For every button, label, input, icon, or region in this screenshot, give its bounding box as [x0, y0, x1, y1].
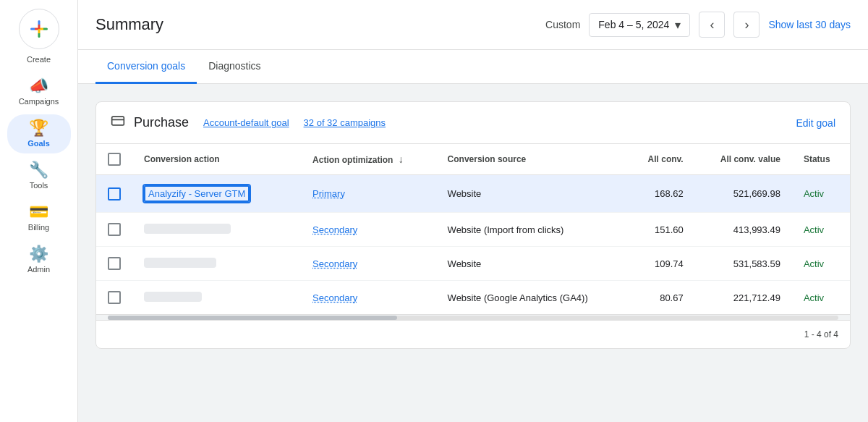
tab-diagnostics[interactable]: Diagnostics [197, 50, 272, 84]
page-title: Summary [95, 15, 534, 34]
row-3-status-badge: Activ [804, 258, 824, 269]
row-1-action-opt: Primary [301, 175, 435, 213]
row-3-action-opt: Secondary [301, 247, 435, 281]
sidebar-item-tools[interactable]: 🔧 Tools [7, 156, 71, 195]
row-2-action-opt-link[interactable]: Secondary [312, 224, 357, 235]
table-row: Secondary Website (Google Analytics (GA4… [96, 281, 850, 315]
table-row: Secondary Website 109.74 531,583.59 Acti… [96, 247, 850, 281]
row-1-status-badge: Activ [804, 188, 824, 199]
row-1-checkbox-cell[interactable] [96, 175, 132, 213]
create-label: Create [27, 55, 51, 64]
sidebar-item-campaigns-label: Campaigns [19, 97, 59, 106]
row-1-conversion-action: Analyzify - Server GTM [132, 175, 301, 213]
select-all-checkbox[interactable] [108, 153, 121, 166]
billing-icon: 💳 [29, 204, 48, 220]
row-2-name-blurred [144, 224, 231, 234]
row-3-checkbox[interactable] [108, 257, 121, 270]
col-header-all-conv-value: All conv. value [695, 144, 792, 175]
conversion-table: Conversion action Action optimization ↓ … [96, 144, 850, 314]
sort-icon: ↓ [399, 153, 404, 165]
row-2-checkbox[interactable] [108, 223, 121, 236]
col-header-status: Status [792, 144, 850, 175]
header: Summary Custom Feb 4 – 5, 2024 ▾ ‹ › Sho… [78, 0, 868, 50]
sidebar-item-campaigns[interactable]: 📣 Campaigns [7, 72, 71, 111]
svg-rect-0 [112, 117, 124, 125]
scrollbar-track [108, 316, 838, 320]
row-1-name-link[interactable]: Analyzify - Server GTM [144, 185, 250, 202]
row-4-checkbox-cell[interactable] [96, 281, 132, 315]
pagination-text: 1 - 4 of 4 [804, 329, 838, 339]
table-row: Analyzify - Server GTM Primary Website 1… [96, 175, 850, 213]
date-range-text: Feb 4 – 5, 2024 [598, 19, 669, 30]
date-picker[interactable]: Feb 4 – 5, 2024 ▾ [589, 13, 690, 37]
purchase-icon [111, 114, 125, 132]
row-3-action-opt-link[interactable]: Secondary [312, 258, 357, 269]
select-all-header[interactable] [96, 144, 132, 175]
row-2-action-opt: Secondary [301, 213, 435, 247]
content-area: Purchase Account-default goal 32 of 32 c… [78, 84, 868, 422]
campaigns-icon: 📣 [29, 78, 48, 94]
row-3-conversion-action [132, 247, 301, 281]
custom-label: Custom [545, 19, 580, 30]
card-header-right: Edit goal [796, 117, 835, 129]
main-content: Summary Custom Feb 4 – 5, 2024 ▾ ‹ › Sho… [78, 0, 868, 422]
row-2-conversion-action [132, 213, 301, 247]
row-1-all-conv-value: 521,669.98 [695, 175, 792, 213]
col-header-action-optimization[interactable]: Action optimization ↓ [301, 144, 435, 175]
row-1-action-opt-link[interactable]: Primary [312, 188, 345, 199]
create-button[interactable] [19, 9, 59, 49]
sidebar-item-tools-label: Tools [30, 181, 48, 190]
row-3-name-blurred [144, 258, 216, 268]
row-4-conversion-action [132, 281, 301, 315]
sidebar-item-goals-label: Goals [27, 139, 50, 148]
horizontal-scrollbar[interactable] [96, 314, 850, 320]
row-3-status: Activ [792, 247, 850, 281]
scrollbar-thumb[interactable] [108, 316, 397, 320]
row-4-all-conv: 80.67 [626, 281, 695, 315]
row-4-name-blurred [144, 292, 202, 302]
row-4-source: Website (Google Analytics (GA4)) [436, 281, 627, 315]
sidebar-item-admin[interactable]: ⚙️ Admin [7, 240, 71, 279]
row-4-action-opt-link[interactable]: Secondary [312, 292, 357, 303]
sidebar-item-billing-label: Billing [28, 223, 49, 232]
sidebar-item-goals[interactable]: 🏆 Goals [7, 114, 71, 153]
row-1-checkbox[interactable] [108, 187, 121, 201]
col-header-conversion-action: Conversion action [132, 144, 301, 175]
card-title: Purchase [134, 115, 189, 130]
tools-icon: 🔧 [29, 162, 48, 178]
goals-icon: 🏆 [29, 120, 48, 136]
row-2-all-conv-value: 413,993.49 [695, 213, 792, 247]
header-controls: Custom Feb 4 – 5, 2024 ▾ ‹ › Show last 3… [545, 12, 851, 38]
next-period-button[interactable]: › [733, 12, 760, 38]
row-4-all-conv-value: 221,712.49 [695, 281, 792, 315]
row-2-checkbox-cell[interactable] [96, 213, 132, 247]
show-last-30-link[interactable]: Show last 30 days [768, 19, 851, 30]
table-footer: 1 - 4 of 4 [96, 320, 850, 348]
sidebar: Create 📣 Campaigns 🏆 Goals 🔧 Tools 💳 Bil… [0, 0, 78, 422]
col-header-all-conv: All conv. [626, 144, 695, 175]
tabs-bar: Conversion goals Diagnostics [78, 50, 868, 84]
account-default-goal-link[interactable]: Account-default goal [203, 117, 289, 128]
row-4-checkbox[interactable] [108, 291, 121, 304]
chevron-down-icon: ▾ [675, 18, 681, 32]
col-header-conversion-source: Conversion source [436, 144, 627, 175]
row-3-all-conv: 109.74 [626, 247, 695, 281]
row-4-action-opt: Secondary [301, 281, 435, 315]
row-2-all-conv: 151.60 [626, 213, 695, 247]
prev-period-button[interactable]: ‹ [699, 12, 725, 38]
table-row: Secondary Website (Import from clicks) 1… [96, 213, 850, 247]
row-1-all-conv: 168.62 [626, 175, 695, 213]
row-2-source: Website (Import from clicks) [436, 213, 627, 247]
row-3-all-conv-value: 531,583.59 [695, 247, 792, 281]
row-1-status: Activ [792, 175, 850, 213]
card-header: Purchase Account-default goal 32 of 32 c… [96, 102, 850, 144]
row-1-source: Website [436, 175, 627, 213]
row-3-source: Website [436, 247, 627, 281]
purchase-card: Purchase Account-default goal 32 of 32 c… [95, 101, 851, 349]
tab-conversion-goals[interactable]: Conversion goals [95, 50, 197, 84]
row-3-checkbox-cell[interactable] [96, 247, 132, 281]
sidebar-item-admin-label: Admin [27, 265, 50, 274]
edit-goal-button[interactable]: Edit goal [796, 117, 835, 129]
sidebar-item-billing[interactable]: 💳 Billing [7, 198, 71, 237]
campaigns-link[interactable]: 32 of 32 campaigns [304, 117, 386, 128]
